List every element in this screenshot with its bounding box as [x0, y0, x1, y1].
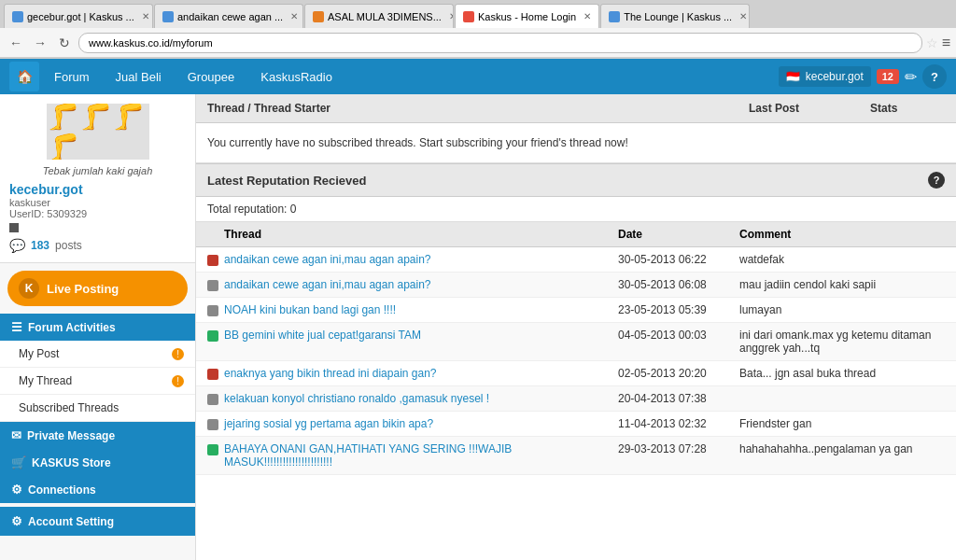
rep-thread-link-2[interactable]: NOAH kini bukan band lagi gan !!!!	[224, 303, 618, 316]
tab-close-4[interactable]: ✕	[583, 11, 591, 21]
nav-groupee[interactable]: Groupee	[176, 64, 246, 90]
username-display: kecebur.got	[806, 70, 864, 83]
sidebar-section-kaskus-store[interactable]: 🛒 KASKUS Store	[0, 449, 195, 476]
nav-forum[interactable]: Forum	[43, 64, 101, 90]
connections-label: Connections	[28, 483, 96, 497]
sidebar-profile: 🦵🦵🦵🦵 Tebak jumlah kaki gajah kecebur.got…	[0, 94, 195, 263]
private-message-label: Private Message	[27, 429, 115, 442]
tab-5[interactable]: The Lounge | Kaskus ... ✕	[600, 4, 750, 28]
rep-col-thread-header: Thread	[224, 228, 618, 241]
live-posting-icon: K	[19, 278, 39, 299]
main-content: Thread / Thread Starter Last Post Stats …	[196, 94, 956, 560]
rep-indicator-5	[207, 394, 218, 405]
subscribed-threads-label: Subscribed Threads	[19, 401, 119, 414]
my-post-label: My Post	[19, 347, 59, 360]
my-post-badge: !	[172, 348, 184, 360]
tab-close-3[interactable]: ✕	[449, 11, 454, 21]
tab-favicon-4	[463, 11, 474, 22]
sidebar-section-account-setting[interactable]: ⚙ Account Setting	[0, 507, 195, 536]
forum-activities-label: Forum Activities	[28, 321, 116, 334]
nav-kaskusradio[interactable]: KaskusRadio	[249, 64, 344, 90]
home-button[interactable]: 🏠	[9, 62, 39, 91]
avatar-image: 🦵🦵🦵🦵	[47, 104, 149, 160]
bookmark-icon[interactable]: ☆	[926, 35, 938, 50]
rep-thread-link-7[interactable]: BAHAYA ONANI GAN,HATIHATI YANG SERING !!…	[224, 442, 618, 469]
sidebar-section-forum-activities[interactable]: ☰ Forum Activities	[0, 314, 195, 341]
refresh-button[interactable]: ↻	[54, 33, 75, 53]
profile-posts: 💬 183 posts	[9, 238, 186, 253]
rep-comment-1: mau jadiin cendol kaki sapii	[739, 278, 945, 291]
reputation-header: Latest Reputation Recieved ?	[196, 163, 956, 197]
rep-date-2: 23-05-2013 05:39	[618, 303, 739, 316]
total-rep-value: 0	[290, 203, 297, 216]
tab-label-3: ASAL MULA 3DIMENS...	[328, 11, 442, 22]
tab-favicon-3	[313, 11, 324, 22]
tab-1[interactable]: gecebur.got | Kaskus ... ✕	[4, 4, 153, 28]
sidebar-item-my-thread[interactable]: My Thread !	[0, 368, 195, 395]
kaskus-store-label: KASKUS Store	[32, 456, 111, 469]
total-reputation: Total reputation: 0	[196, 197, 956, 222]
rep-indicator-1	[207, 280, 218, 291]
rep-indicator-2	[207, 305, 218, 316]
tab-favicon-1	[12, 11, 23, 22]
col-lastpost-header: Last Post	[749, 102, 870, 115]
tab-2[interactable]: andaikan cewe agan ... ✕	[154, 4, 303, 28]
tab-label-4: Kaskus - Home Login	[478, 11, 576, 22]
notification-badge[interactable]: 12	[877, 69, 899, 84]
rep-indicator-3	[207, 330, 218, 342]
tab-4[interactable]: Kaskus - Home Login ✕	[455, 4, 599, 28]
posts-icon: 💬	[9, 238, 25, 253]
sidebar-section-connections[interactable]: ⚙ Connections	[0, 476, 195, 503]
rep-row-2: NOAH kini bukan band lagi gan !!!! 23-05…	[196, 298, 956, 323]
profile-username[interactable]: kecebur.got	[9, 182, 186, 197]
sidebar-item-my-post[interactable]: My Post !	[0, 341, 195, 368]
rep-thread-link-6[interactable]: jejaring sosial yg pertama agan bikin ap…	[224, 417, 618, 430]
no-subscribed-message: You currently have no subscribed threads…	[196, 123, 956, 163]
tab-close-2[interactable]: ✕	[290, 11, 298, 21]
rep-thread-link-5[interactable]: kelakuan konyol christiano ronaldo ,gama…	[224, 392, 618, 405]
reputation-help-icon[interactable]: ?	[928, 172, 945, 189]
my-thread-badge: !	[172, 375, 184, 387]
rep-thread-link-3[interactable]: BB gemini white jual cepat!garansi TAM	[224, 329, 618, 342]
profile-role: kaskuser	[9, 197, 186, 208]
rep-comment-0: watdefak	[739, 253, 945, 266]
my-thread-label: My Thread	[19, 374, 72, 387]
rep-indicator-0	[207, 255, 218, 266]
live-posting-button[interactable]: K Live Posting	[7, 271, 188, 306]
reputation-table-header: Thread Date Comment	[196, 222, 956, 247]
tab-close-5[interactable]: ✕	[739, 11, 747, 21]
address-input[interactable]	[78, 33, 922, 53]
tab-bar: gecebur.got | Kaskus ... ✕ andaikan cewe…	[0, 0, 956, 28]
tab-favicon-2	[162, 11, 174, 22]
nav-jualbeli[interactable]: Jual Beli	[105, 64, 173, 90]
rep-date-4: 02-05-2013 20:20	[618, 367, 739, 380]
rep-row-5: kelakuan konyol christiano ronaldo ,gama…	[196, 386, 956, 412]
forward-button[interactable]: →	[30, 33, 50, 53]
rep-thread-link-4[interactable]: enaknya yang bikin thread ini diapain ga…	[224, 367, 618, 380]
rep-thread-link-0[interactable]: andaikan cewe agan ini,mau agan apain?	[224, 253, 618, 266]
rep-thread-link-1[interactable]: andaikan cewe agan ini,mau agan apain?	[224, 278, 618, 291]
user-badge[interactable]: 🇮🇩 kecebur.got	[779, 66, 871, 87]
rep-date-5: 20-04-2013 07:38	[618, 392, 739, 405]
rep-comment-7: hahahahahha..pengalaman ya gan	[739, 442, 945, 455]
rep-date-0: 30-05-2013 06:22	[618, 253, 739, 266]
rep-row-7: BAHAYA ONANI GAN,HATIHATI YANG SERING !!…	[196, 437, 956, 475]
tab-close-1[interactable]: ✕	[142, 11, 149, 21]
sidebar-item-subscribed-threads[interactable]: Subscribed Threads	[0, 395, 195, 422]
tab-3[interactable]: ASAL MULA 3DIMENS... ✕	[304, 4, 454, 28]
pencil-icon[interactable]: ✏	[905, 68, 917, 86]
browser-menu-icon[interactable]: ≡	[942, 35, 950, 51]
tab-label-1: gecebur.got | Kaskus ...	[27, 11, 134, 22]
subscribed-threads-header: Thread / Thread Starter Last Post Stats	[196, 94, 956, 123]
account-setting-label: Account Setting	[28, 515, 114, 528]
rep-date-1: 30-05-2013 06:08	[618, 278, 739, 291]
reputation-title: Latest Reputation Recieved	[207, 174, 367, 188]
kaskus-store-icon: 🛒	[11, 455, 26, 469]
back-button[interactable]: ←	[6, 33, 26, 53]
col-stats-header: Stats	[870, 102, 945, 115]
help-button[interactable]: ?	[922, 64, 947, 89]
sidebar-section-private-message[interactable]: ✉ Private Message	[0, 422, 195, 449]
posts-label: posts	[55, 239, 82, 252]
total-rep-label: Total reputation:	[207, 203, 287, 216]
rep-row-1: andaikan cewe agan ini,mau agan apain? 3…	[196, 273, 956, 298]
